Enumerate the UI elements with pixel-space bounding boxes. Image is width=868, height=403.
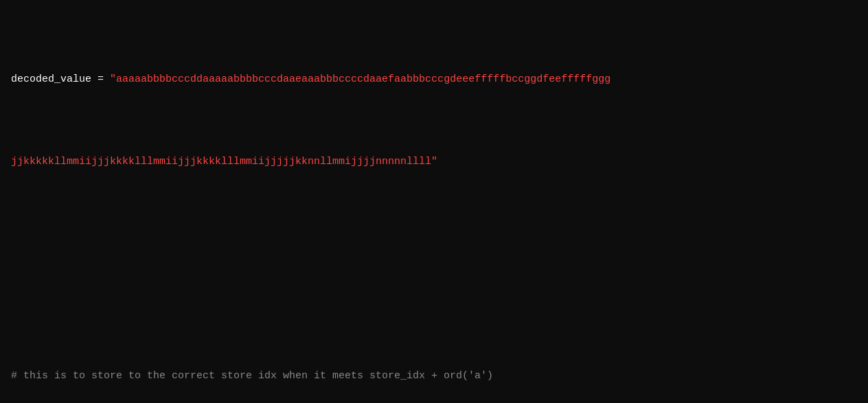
code-editor: decoded_value = "aaaaabbbbcccddaaaaabbbb… — [0, 0, 868, 403]
blank-line-2 — [11, 286, 857, 302]
code-line-1: decoded_value = "aaaaabbbbcccddaaaaabbbb… — [11, 71, 857, 88]
blank-line-1 — [11, 236, 857, 253]
code-line-2: jjkkkkkllmmiijjjkkkklllmmiijjjkkkklllmmi… — [11, 154, 857, 170]
comment-line-1: # this is to store to the correct store … — [11, 368, 857, 384]
